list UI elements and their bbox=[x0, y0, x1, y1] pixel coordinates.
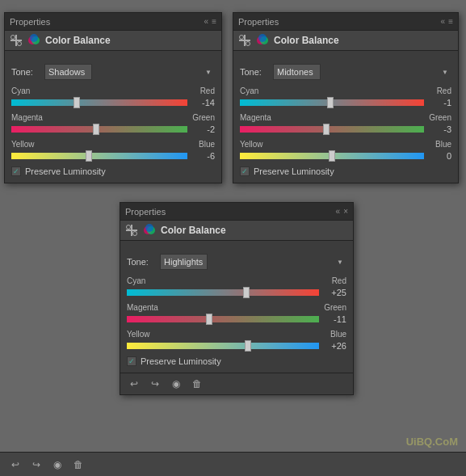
slider-track-group-magenta-green-midtones bbox=[240, 124, 424, 135]
slider-labels-yellow-blue-highlights: Yellow Blue bbox=[127, 330, 346, 339]
tone-select-wrapper-shadows: Shadows Midtones Highlights bbox=[44, 64, 215, 80]
svg-point-20 bbox=[145, 224, 153, 232]
slider-group-yellow-blue-midtones: Yellow Blue 0 bbox=[240, 140, 451, 162]
panel-content-highlights: Tone: Shadows Midtones Highlights Cyan R… bbox=[120, 247, 353, 373]
section-header-shadows: Color Balance bbox=[5, 31, 221, 51]
collapse-icon[interactable]: « bbox=[204, 17, 209, 26]
slider-thumb-yellow-blue-highlights[interactable] bbox=[245, 340, 251, 352]
tone-select-wrapper-midtones: Shadows Midtones Highlights bbox=[273, 64, 451, 80]
close-icon-highlights[interactable]: × bbox=[343, 207, 348, 216]
panel-header-shadows: Properties « ≡ bbox=[5, 13, 221, 31]
slider-track-group-cyan-red-shadows bbox=[11, 97, 187, 108]
collapse-icon-midtones[interactable]: « bbox=[441, 17, 446, 26]
section-header-highlights: Color Balance bbox=[120, 221, 353, 241]
slider-track-container-cyan-red-midtones[interactable] bbox=[240, 97, 424, 108]
global-bottom-toolbar: ↩ ↪ ◉ 🗑 bbox=[0, 452, 466, 476]
slider-thumb-yellow-blue-shadows[interactable] bbox=[86, 150, 92, 162]
slider-thumb-magenta-green-midtones[interactable] bbox=[323, 124, 330, 135]
slider-track-group-yellow-blue-midtones bbox=[240, 150, 424, 162]
redo-icon-highlights[interactable]: ↪ bbox=[148, 377, 162, 391]
svg-rect-1 bbox=[10, 40, 22, 41]
slider-labels-magenta-green-midtones: Magenta Green bbox=[240, 113, 451, 122]
checkbox-check-midtones: ✓ bbox=[241, 167, 248, 175]
menu-icon-midtones[interactable]: ≡ bbox=[448, 17, 453, 26]
slider-track-cyan-red-shadows bbox=[11, 99, 187, 106]
tone-row-midtones: Tone: Shadows Midtones Highlights bbox=[240, 64, 451, 80]
collapse-icon-highlights[interactable]: « bbox=[336, 207, 341, 216]
slider-track-container-magenta-green-midtones[interactable] bbox=[240, 124, 424, 135]
svg-point-6 bbox=[30, 34, 38, 42]
slider-thumb-yellow-blue-midtones[interactable] bbox=[329, 150, 335, 162]
tone-select-midtones[interactable]: Shadows Midtones Highlights bbox=[273, 64, 321, 80]
preserve-luminosity-shadows: ✓ Preserve Luminosity bbox=[11, 166, 215, 176]
slider-track-group-magenta-green-shadows bbox=[11, 124, 187, 135]
slider-track-container-yellow-blue-highlights[interactable] bbox=[127, 340, 319, 352]
tone-select-shadows[interactable]: Shadows Midtones Highlights bbox=[44, 64, 92, 80]
slider-track-group-cyan-red-midtones bbox=[240, 97, 424, 108]
slider-track-container-magenta-green-shadows[interactable] bbox=[11, 124, 187, 135]
svg-point-9 bbox=[240, 36, 244, 40]
color-balance-icon-midtones bbox=[256, 34, 269, 47]
slider-row-magenta-green-highlights: -11 bbox=[127, 314, 346, 325]
slider-track-yellow-blue-highlights bbox=[127, 343, 319, 349]
slider-row-yellow-blue-highlights: +26 bbox=[127, 340, 346, 352]
slider-track-container-yellow-blue-midtones[interactable] bbox=[240, 150, 424, 162]
color-balance-icon-shadows bbox=[27, 34, 40, 47]
redo-icon-global[interactable]: ↪ bbox=[29, 457, 44, 472]
svg-point-17 bbox=[133, 232, 137, 236]
panel-midtones: Properties « ≡ Color Balance Tone: Shado… bbox=[233, 12, 459, 183]
panel-content-midtones: Tone: Shadows Midtones Highlights Cyan R… bbox=[233, 57, 458, 183]
slider-thumb-cyan-red-midtones[interactable] bbox=[327, 97, 334, 108]
slider-value-cyan-red-highlights: +25 bbox=[324, 288, 346, 297]
slider-labels-yellow-blue-midtones: Yellow Blue bbox=[240, 140, 451, 149]
slider-value-cyan-red-shadows: -14 bbox=[192, 98, 215, 107]
slider-group-yellow-blue-shadows: Yellow Blue -6 bbox=[11, 140, 215, 162]
slider-row-yellow-blue-shadows: -6 bbox=[11, 150, 215, 162]
preserve-luminosity-label-highlights: Preserve Luminosity bbox=[141, 356, 221, 366]
slider-track-magenta-green-midtones bbox=[240, 126, 424, 133]
eye-icon-highlights[interactable]: ◉ bbox=[169, 377, 183, 391]
slider-track-container-cyan-red-shadows[interactable] bbox=[11, 97, 187, 108]
blue-label-midtones: Blue bbox=[435, 140, 451, 149]
panel-header-midtones: Properties « ≡ bbox=[233, 13, 458, 31]
slider-track-container-yellow-blue-shadows[interactable] bbox=[11, 150, 187, 162]
slider-thumb-magenta-green-highlights[interactable] bbox=[206, 314, 212, 325]
yellow-label-highlights: Yellow bbox=[127, 330, 150, 339]
preserve-luminosity-highlights: ✓ Preserve Luminosity bbox=[127, 356, 346, 366]
slider-value-cyan-red-midtones: -1 bbox=[429, 98, 451, 107]
slider-row-cyan-red-midtones: -1 bbox=[240, 97, 451, 108]
red-label-highlights: Red bbox=[332, 276, 346, 285]
eye-icon-global[interactable]: ◉ bbox=[50, 457, 65, 472]
panel-highlights: Properties « × Color Balance Tone: Shado… bbox=[120, 202, 354, 395]
menu-icon[interactable]: ≡ bbox=[212, 17, 216, 26]
slider-labels-cyan-red-shadows: Cyan Red bbox=[11, 86, 215, 95]
trash-icon-highlights[interactable]: 🗑 bbox=[190, 377, 204, 391]
slider-value-yellow-blue-midtones: 0 bbox=[429, 151, 451, 161]
yellow-label-shadows: Yellow bbox=[11, 140, 35, 149]
preserve-luminosity-checkbox-midtones[interactable]: ✓ bbox=[240, 166, 250, 176]
slider-track-container-magenta-green-highlights[interactable] bbox=[127, 314, 319, 325]
slider-thumb-cyan-red-highlights[interactable] bbox=[243, 287, 250, 298]
slider-thumb-cyan-red-shadows[interactable] bbox=[73, 97, 80, 108]
undo-icon-highlights[interactable]: ↩ bbox=[127, 377, 141, 391]
svg-point-16 bbox=[127, 225, 131, 230]
slider-row-yellow-blue-midtones: 0 bbox=[240, 150, 451, 162]
undo-icon-global[interactable]: ↩ bbox=[8, 457, 23, 472]
magenta-label-highlights: Magenta bbox=[127, 303, 158, 312]
slider-group-magenta-green-highlights: Magenta Green -11 bbox=[127, 303, 346, 325]
slider-track-container-cyan-red-highlights[interactable] bbox=[127, 287, 319, 298]
panel-toolbar-highlights: ↩ ↪ ◉ 🗑 bbox=[120, 373, 353, 394]
slider-labels-yellow-blue-shadows: Yellow Blue bbox=[11, 140, 215, 149]
slider-row-magenta-green-midtones: -3 bbox=[240, 124, 451, 135]
slider-labels-magenta-green-shadows: Magenta Green bbox=[11, 113, 215, 122]
trash-icon-global[interactable]: 🗑 bbox=[71, 457, 86, 472]
preserve-luminosity-checkbox-shadows[interactable]: ✓ bbox=[11, 166, 21, 176]
balance-icon-shadows bbox=[10, 34, 23, 47]
slider-labels-cyan-red-highlights: Cyan Red bbox=[127, 276, 346, 285]
preserve-luminosity-checkbox-highlights[interactable]: ✓ bbox=[127, 356, 136, 366]
tone-select-highlights[interactable]: Shadows Midtones Highlights bbox=[160, 254, 208, 270]
slider-group-cyan-red-shadows: Cyan Red -14 bbox=[11, 86, 215, 108]
slider-group-cyan-red-midtones: Cyan Red -1 bbox=[240, 86, 451, 108]
slider-thumb-magenta-green-shadows[interactable] bbox=[93, 124, 99, 135]
checkbox-check-shadows: ✓ bbox=[13, 167, 19, 175]
